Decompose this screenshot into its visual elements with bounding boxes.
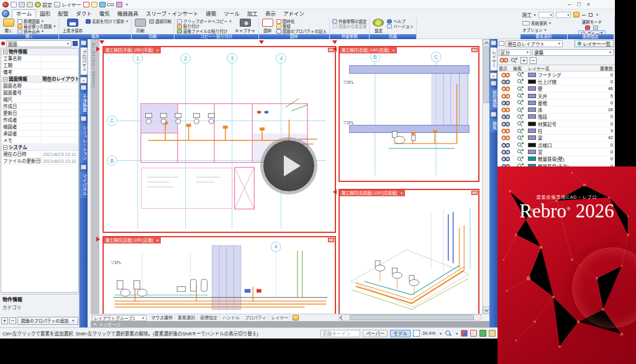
magnifier-icon[interactable] [445,330,452,337]
play-button[interactable] [263,140,314,191]
property-row[interactable]: 作成者 [1,117,78,124]
layer-row[interactable]: 階段0 [497,114,615,121]
layer-row[interactable]: 点検口0 [497,142,615,148]
layout-group-combo[interactable]: レイアウトグループ1▼ [92,315,147,321]
viewport-title-bar[interactable]: 施工検討(右面) 1/40 [右面]▼ [340,47,397,53]
viewport-title-bar[interactable]: 施工検討(平面) 1/50 [平面]▼ [104,47,161,53]
left-panel-pin-icon[interactable] [81,40,86,45]
ribbon-small-button-1-1-0[interactable]: 名前を付けて保存▼ [85,19,129,24]
ribbon-big-button-3-0[interactable]: キャプチャ [234,19,256,34]
ribbon-big-button-0-0[interactable]: 開く [2,19,16,34]
vertical-scrollbar[interactable] [482,39,489,314]
layer-row[interactable]: 天井5 [497,93,615,99]
doc-minimize-button[interactable] [582,15,586,16]
horizontal-scroll-thumb[interactable] [350,315,474,320]
left-panel-close-icon[interactable]: × [80,77,87,83]
collapse-layers-button[interactable] [530,57,537,64]
ribbon-tab-6[interactable]: 機器器具 [114,10,142,18]
category-value-combo[interactable]: 建築▼ [532,49,614,56]
visibility-glasses-icon[interactable] [497,114,513,119]
coordinate-display-icon[interactable] [470,330,477,337]
left-panel-tab-2[interactable]: 干渉検査 [80,92,88,114]
property-row[interactable]: 図面名称 [1,83,78,89]
right-panel-close-icon[interactable]: × [490,73,497,79]
add-drawing-property-button[interactable]: 図面のプロパティの追加▼ [17,317,78,325]
visibility-glasses-icon[interactable] [497,79,513,84]
layer-row[interactable]: 窓0 [497,148,615,155]
expand-all-button[interactable] [1,317,8,324]
zoom-fit-icon[interactable] [413,330,420,337]
collapse-box-icon[interactable] [3,145,7,150]
property-row[interactable]: ファイルの更新日時2021/8/23 13:11 [1,158,78,165]
construction-mode-dropdown[interactable]: 施工▼ [522,11,536,18]
system-select-button[interactable]: 系統選択▼ [522,20,570,25]
layer-row[interactable]: 床16 [497,106,615,113]
mouse-mode-button-5[interactable]: プロパティ [243,315,269,321]
ribbon-tab-8[interactable]: 建築 [202,10,220,18]
layer-search-icon[interactable] [513,86,528,92]
ribbon-big-button-2-0[interactable]: 印刷 [134,19,147,34]
search-layers-icon[interactable] [511,57,518,65]
paper-button[interactable]: ペーパー [363,330,388,337]
settings-quick-button[interactable]: 設定 [35,1,52,8]
app-menu-button[interactable] [2,10,9,17]
ribbon-tab-10[interactable]: 加工 [243,10,261,18]
add-selection-icon[interactable] [585,25,590,30]
mouse-mode-button-6[interactable]: レイヤー [270,315,291,321]
ribbon-tab-12[interactable]: アドイン [279,10,308,18]
layer-row[interactable]: 壁46 [497,86,615,93]
layer-search-icon[interactable] [513,114,528,120]
layer-row[interactable]: 材質記号0 [497,121,615,127]
new-drawing-icon[interactable] [11,2,17,7]
viewport-title-bar[interactable]: 施工検討(右前面) 1/20 [右前面]▼ [340,190,405,196]
viewport-front-elevation[interactable]: 施工検討(正面) 1/20 [正面]▼ 4 ▽1FL [102,236,336,316]
layer-search-icon[interactable] [513,142,528,148]
ribbon-small-button-5-0-1[interactable]: 図面の位置変更 [332,24,368,29]
layer-quick-button[interactable]: レイヤー [54,1,81,8]
doc-restore-button[interactable] [589,13,593,17]
collapse-message-icon[interactable] [93,322,97,327]
cg-quick-button[interactable]: CG [99,2,114,7]
property-row[interactable]: 図面情報現在のレイアウト▼ [1,76,78,83]
layer-search-icon[interactable] [513,99,528,106]
ribbon-big-button-1-0[interactable]: 上書き保存 [61,19,84,34]
drawing-combo[interactable]: 図面▼ [6,40,71,47]
ribbon-small-button-3-0-2[interactable]: 画像ファイルの貼り付け [176,29,232,34]
visibility-glasses-icon[interactable] [497,72,513,78]
frame-quick-icon[interactable] [83,2,89,7]
expand-layers-button[interactable] [520,57,527,64]
ribbon-small-button-2-1-0[interactable]: 連続印刷 [148,19,172,24]
property-row[interactable]: 検図者 [1,124,78,130]
viewport-iso[interactable]: 施工検討(右前面) 1/20 [右前面]▼ [338,189,479,316]
left-panel-tab-3[interactable]: シミュレーション [80,123,88,163]
layer-row[interactable]: 柱9 [497,127,615,134]
scroll-up-icon[interactable] [483,39,489,47]
remove-selection-icon[interactable] [593,25,598,30]
zoom-level-value[interactable]: 39.4% [422,330,435,336]
right-panel-tab-2[interactable]: 部材情報 [490,88,497,110]
ribbon-tab-3[interactable]: 配管 [54,10,72,18]
property-row[interactable]: 工事名称 [1,55,78,62]
chevron-down-icon[interactable]: ▼ [439,332,442,335]
ribbon-tab-9[interactable]: ツール [220,10,243,18]
ribbon-small-button-0-1-2[interactable]: 読み込み▼ [17,29,57,34]
grid-toggle-icon[interactable] [479,330,486,337]
scroll-left-icon[interactable] [340,315,344,319]
maximize-button[interactable]: □ [577,1,580,9]
layer-row[interactable]: フーチング0 [497,71,615,78]
visibility-glasses-icon[interactable] [497,107,513,112]
close-button[interactable]: × [587,1,590,9]
vertical-scroll-thumb[interactable] [483,47,489,103]
scroll-down-icon[interactable] [483,306,489,314]
collapse-box-icon[interactable] [3,50,7,54]
viewport-plan[interactable]: 施工検討(平面) 1/50 [平面]▼ 1 2 3 4 C B [102,46,336,233]
layout-folder-icon[interactable] [293,315,299,321]
visibility-glasses-icon[interactable] [497,135,513,140]
mini-dropdown-1[interactable]: ▼ [538,12,553,18]
layer-search-icon[interactable] [513,148,528,155]
visibility-glasses-icon[interactable] [497,149,513,155]
property-row[interactable]: 現在の日時2021/8/23 13:11 [1,151,78,158]
visibility-glasses-icon[interactable] [497,121,513,127]
right-panel-tab-3[interactable]: 検索 [490,119,497,132]
ribbon-big-button-4-0[interactable]: 図枠 [261,19,275,34]
